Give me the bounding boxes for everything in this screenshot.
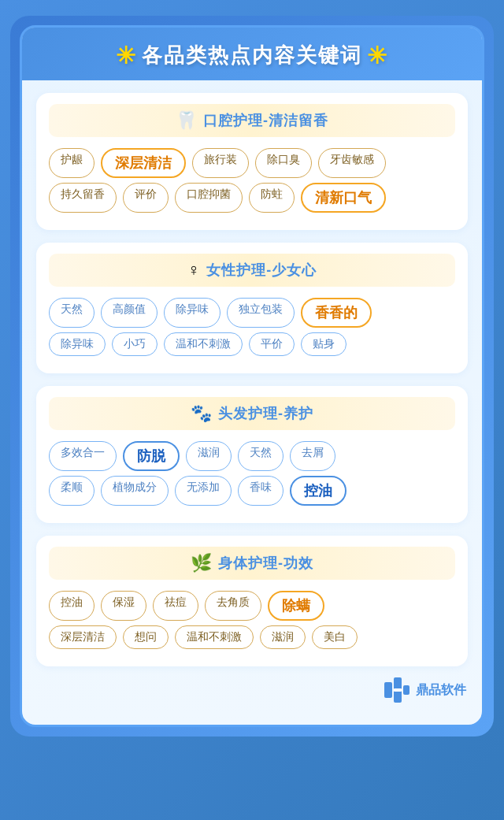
footer-logo: 鼎品软件 [383, 676, 466, 704]
tag-除异味1: 除异味 [164, 298, 220, 328]
tag-护龈: 护龈 [49, 148, 94, 178]
body-icon: 🌿 [191, 553, 212, 573]
tag-除异味2: 除异味 [49, 332, 106, 356]
tag-温和不刺激1: 温和不刺激 [164, 332, 243, 356]
tag-天然: 天然 [49, 298, 94, 328]
tag-保湿: 保湿 [101, 591, 146, 621]
tag-口腔抑菌: 口腔抑菌 [175, 183, 243, 213]
tag-深层清洁: 深层清洁 [101, 148, 186, 178]
svg-rect-0 [384, 682, 392, 698]
tag-控油2: 控油 [49, 591, 94, 621]
brand-icon [383, 676, 411, 704]
female-title-text: 女性护理-少女心 [206, 261, 317, 280]
tag-温和不刺激2: 温和不刺激 [175, 625, 254, 649]
tag-牙齿敏感: 牙齿敏感 [318, 148, 386, 178]
tag-清新口气: 清新口气 [301, 183, 386, 213]
tag-多效合一: 多效合一 [49, 441, 117, 471]
body-row-1: 控油 保湿 祛痘 去角质 除螨 [49, 591, 455, 621]
hair-icon: 🐾 [191, 403, 212, 424]
tag-柔顺: 柔顺 [49, 476, 94, 506]
footer: 鼎品软件 [22, 666, 482, 709]
title-section: ✳ 各品类热点内容关键词 ✳ [22, 28, 482, 80]
oral-row-2: 持久留香 评价 口腔抑菌 防蛀 清新口气 [49, 183, 455, 213]
tag-评价: 评价 [123, 183, 169, 213]
oral-row-1: 护龈 深层清洁 旅行装 除口臭 牙齿敏感 [49, 148, 455, 178]
snowflake-icon-right: ✳ [367, 42, 388, 69]
svg-rect-3 [394, 688, 402, 692]
tag-滋润1: 滋润 [186, 441, 232, 471]
tag-无添加: 无添加 [175, 476, 232, 506]
section-title-hair: 🐾 头发护理-养护 [49, 397, 455, 430]
body-row-2: 深层清洁 想问 温和不刺激 滋润 美白 [49, 625, 455, 649]
tag-去角质: 去角质 [205, 591, 261, 621]
tag-控油1: 控油 [290, 476, 346, 506]
title-label: 各品类热点内容关键词 [142, 42, 362, 69]
tag-高颜值: 高颜值 [101, 298, 158, 328]
tag-平价: 平价 [249, 332, 295, 356]
section-title-body: 🌿 身体护理-功效 [49, 547, 455, 580]
outer-wrapper: ✳ 各品类热点内容关键词 ✳ 🦷 口腔护理-清洁留香 护龈 深层清洁 旅行装 除… [10, 16, 494, 737]
tag-植物成分: 植物成分 [101, 476, 169, 506]
section-hair: 🐾 头发护理-养护 多效合一 防脱 滋润 天然 去屑 柔顺 植物成分 无添加 香… [36, 386, 468, 523]
oral-icon: 🦷 [176, 110, 197, 131]
tag-独立包装: 独立包装 [227, 298, 295, 328]
snowflake-icon-left: ✳ [116, 42, 137, 69]
tag-深层清洁2: 深层清洁 [49, 625, 117, 649]
section-title-oral: 🦷 口腔护理-清洁留香 [49, 104, 455, 137]
female-row-1: 天然 高颜值 除异味 独立包装 香香的 [49, 298, 455, 328]
svg-rect-2 [403, 685, 410, 695]
section-title-female: ♀ 女性护理-少女心 [49, 254, 455, 287]
tag-滋润2: 滋润 [260, 625, 306, 649]
hair-title-text: 头发护理-养护 [218, 404, 313, 423]
tag-旅行装: 旅行装 [192, 148, 249, 178]
tag-祛痘: 祛痘 [153, 591, 198, 621]
tag-香香的: 香香的 [301, 298, 372, 328]
tag-去屑: 去屑 [290, 441, 335, 471]
female-icon: ♀ [187, 260, 201, 280]
tag-想问: 想问 [123, 625, 169, 649]
tag-防脱: 防脱 [123, 441, 180, 471]
tag-除螨: 除螨 [268, 591, 324, 621]
section-female: ♀ 女性护理-少女心 天然 高颜值 除异味 独立包装 香香的 除异味 小巧 温和… [36, 243, 468, 373]
oral-title-text: 口腔护理-清洁留香 [203, 111, 328, 130]
hair-row-1: 多效合一 防脱 滋润 天然 去屑 [49, 441, 455, 471]
section-oral: 🦷 口腔护理-清洁留香 护龈 深层清洁 旅行装 除口臭 牙齿敏感 持久留香 评价… [36, 93, 468, 230]
title-text: ✳ 各品类热点内容关键词 ✳ [116, 42, 388, 69]
tag-小巧: 小巧 [112, 332, 158, 356]
main-card: ✳ 各品类热点内容关键词 ✳ 🦷 口腔护理-清洁留香 护龈 深层清洁 旅行装 除… [20, 25, 484, 727]
section-body: 🌿 身体护理-功效 控油 保湿 祛痘 去角质 除螨 深层清洁 想问 温和不刺激 … [36, 536, 468, 666]
tag-持久留香: 持久留香 [49, 183, 117, 213]
tag-除口臭: 除口臭 [255, 148, 312, 178]
brand-name: 鼎品软件 [416, 682, 466, 699]
body-title-text: 身体护理-功效 [218, 554, 313, 573]
tag-防蛀: 防蛀 [249, 183, 295, 213]
tag-美白: 美白 [312, 625, 358, 649]
hair-row-2: 柔顺 植物成分 无添加 香味 控油 [49, 476, 455, 506]
female-row-2: 除异味 小巧 温和不刺激 平价 贴身 [49, 332, 455, 356]
tag-香味: 香味 [238, 476, 284, 506]
tag-天然2: 天然 [238, 441, 284, 471]
tag-贴身: 贴身 [301, 332, 346, 356]
